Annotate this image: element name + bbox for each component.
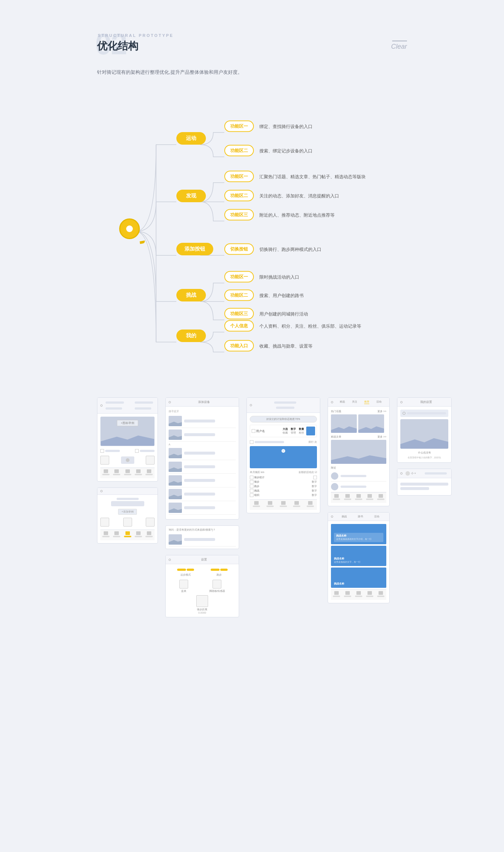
category-sport: 运动 (176, 132, 206, 145)
func-discover-2-desc: 关注的动态、添加好友、消息提醒的入口 (259, 193, 339, 199)
screen-header-discover: 精选 关注 推荐 活动 (328, 398, 389, 407)
func-challenge-2: 功能区二 (224, 290, 254, 301)
screen-route-top: 好友们的计划和你还相差70% 用户名 大选收藏 数字管理 数量粉丝 (246, 397, 320, 513)
dot-route (250, 404, 252, 406)
dot-add (169, 401, 171, 403)
screen-header-challenge: 挑战 路书 活动 (328, 513, 389, 521)
screen-sport-1: +图标举例 (97, 397, 158, 482)
screen-header-mine: 我的设置 (397, 398, 451, 407)
center-logo-node (119, 218, 145, 244)
screen-body-settings-small (397, 478, 451, 495)
dot-challenge (331, 515, 333, 518)
dot-1 (100, 404, 103, 407)
wireframe-col-1: +图标举例 (97, 397, 158, 544)
screen-discover: 精选 关注 推荐 活动 热门话题更多 >> (328, 397, 390, 506)
screen-header-settings-small: 小 × (397, 469, 451, 478)
screen-mine: 我的设置 什么也没有 在某某框中输入你的数字，好好玩 (397, 397, 452, 462)
screen-header-add: 添加设备 (166, 398, 239, 407)
description-text: 针对骑记现有的架构进行整理优化,提升产品整体体验和用户友好度。 (97, 68, 407, 76)
func-add-1: 切换按钮 (224, 244, 254, 255)
center-circle (119, 218, 140, 239)
screen-header-1 (97, 398, 158, 414)
wireframe-col-5: 我的设置 什么也没有 在某某框中输入你的数字，好好玩 (397, 397, 452, 495)
section-label: STRUCTURAL PROTOTYPE (98, 33, 407, 38)
screen-header-route (247, 398, 320, 413)
screen-body-1: +图标举例 (97, 414, 158, 481)
alert-bubble: 询问：是否有更好的方式来选择/搜索?)？ (165, 525, 239, 549)
header-section: 02 STRUCTURAL PROTOTYPE 优化结构 Clear (97, 33, 407, 53)
screen-add-device: 添加设备 搜寻蓝牙 (165, 397, 239, 520)
screen-body-2: +添加举例 (97, 495, 158, 543)
wireframes-grid: +图标举例 (97, 397, 407, 617)
func-discover-1: 功能区一 (224, 171, 254, 182)
category-discover: 发现 (176, 190, 206, 202)
wireframe-col-4: 精选 关注 推荐 活动 热门话题更多 >> (328, 397, 390, 603)
func-mine-1: 个人信息 (224, 320, 254, 332)
func-discover-3-desc: 附近的人、推荐动态、附近地点推荐等 (259, 212, 335, 218)
func-challenge-1: 功能区一 (224, 271, 254, 283)
screen-sport-2: +添加举例 (97, 487, 158, 544)
dot-discover (331, 401, 333, 403)
func-discover-1-desc: 汇聚热门话题、精选文章、热门帖子、精选动态等版块 (259, 174, 366, 180)
func-mine-2-desc: 收藏、挑战与勋章、设置等 (259, 343, 313, 349)
dot-mine (400, 401, 403, 403)
screen-body-route: 好友们的计划和你还相差70% 用户名 大选收藏 数字管理 数量粉丝 (247, 413, 320, 513)
func-challenge-3: 功能区三 (224, 308, 254, 320)
func-challenge-2-desc: 搜索、用户创建的路书 (259, 293, 304, 299)
wireframe-col-2: 添加设备 搜寻蓝牙 (165, 397, 239, 617)
category-mine: 我的 (176, 330, 206, 342)
func-mine-2: 功能入口 (224, 340, 254, 352)
func-add-1-desc: 切换骑行、跑步两种模式的入口 (259, 246, 321, 253)
func-sport-1-desc: 绑定、查找骑行设备的入口 (259, 124, 313, 130)
dot-settings (169, 559, 171, 561)
screen-settings-small: 小 × (397, 469, 452, 496)
category-add: 添加按钮 (176, 243, 213, 255)
screen-body-settings: 运步模式 跑步 (166, 564, 239, 617)
section-title: 优化结构 (97, 39, 407, 53)
func-mine-1-desc: 个人资料、积分、关注、粉丝、俱乐部、运动记录等 (259, 323, 361, 330)
screen-header-settings: 设置 (166, 555, 239, 564)
screen-body-add: 搜寻蓝牙 A (166, 407, 239, 519)
wireframes-section: +图标举例 (97, 397, 407, 617)
screen-body-challenge: 挑战名称 这里是挑战描述的文字介绍，有一行 挑战名称 这里是挑战的文字，有一行 (328, 521, 389, 603)
wireframe-col-3: 好友们的计划和你还相差70% 用户名 大选收藏 数字管理 数量粉丝 (246, 397, 320, 513)
func-sport-2: 功能区二 (224, 145, 254, 156)
tab-bar-5 (331, 589, 386, 600)
tab-bar-2 (100, 530, 155, 540)
func-discover-2: 功能区二 (224, 190, 254, 201)
mindmap-container: 运动 发现 添加按钮 挑战 我的 功能区一 绑定、查找骑行设备的入口 功能区二 … (97, 95, 407, 368)
func-sport-2-desc: 搜索、绑定记步设备的入口 (259, 148, 313, 154)
func-challenge-1-desc: 限时挑战活动的入口 (259, 274, 299, 280)
screen-body-mine: 什么也没有 在某某框中输入你的数字，好好玩 (397, 407, 451, 462)
func-sport-1: 功能区一 (224, 121, 254, 132)
screen-body-discover: 热门话题更多 >> 精选文章更多 >> 附近 (328, 407, 389, 506)
tab-bar-3 (250, 499, 317, 510)
screen-settings: 设置 运步模式 (165, 555, 239, 617)
tab-bar-4 (331, 492, 386, 503)
dot-2 (100, 490, 103, 492)
tab-bar-1 (100, 468, 155, 478)
func-challenge-3-desc: 用户创建的同城骑行活动 (259, 311, 308, 317)
func-discover-3: 功能区三 (224, 209, 254, 221)
screen-challenge: 挑战 路书 活动 挑战名称 这里是挑战描述的文字介绍，有一行 (328, 512, 390, 603)
category-challenge: 挑战 (176, 289, 206, 301)
dot-settings-small (400, 472, 403, 475)
screen-header-2 (97, 488, 158, 495)
